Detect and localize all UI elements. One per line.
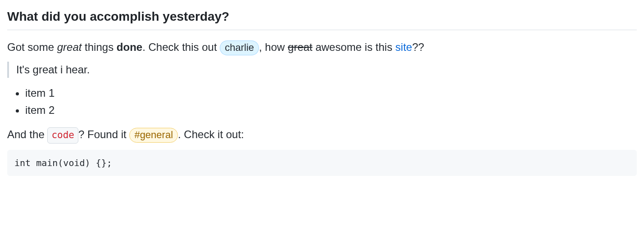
channel-mention[interactable]: #general — [129, 128, 178, 143]
text-segment: ? Found it — [78, 128, 129, 140]
text-segment: And the — [7, 128, 47, 140]
user-mention[interactable]: charlie — [220, 40, 259, 55]
text-segment: things — [82, 41, 116, 53]
code-block: int main(void) {}; — [7, 150, 637, 176]
paragraph-2: And the code? Found it #general. Check i… — [7, 126, 637, 144]
strikethrough-text: great — [288, 41, 313, 53]
site-link[interactable]: site — [395, 41, 412, 53]
blockquote-text: It's great i hear. — [16, 63, 90, 76]
text-segment: ?? — [412, 41, 424, 53]
text-segment: awesome is this — [313, 41, 395, 53]
paragraph-1: Got some great things done. Check this o… — [7, 39, 637, 55]
blockquote: It's great i hear. — [7, 62, 637, 78]
italic-text: great — [57, 41, 82, 53]
question-heading: What did you accomplish yesterday? — [7, 7, 637, 30]
list-item: item 1 — [25, 85, 637, 101]
bullet-list: item 1 item 2 — [7, 85, 637, 118]
inline-code: code — [47, 127, 78, 144]
text-segment: Got some — [7, 41, 57, 53]
bold-text: done — [117, 41, 142, 53]
list-item: item 2 — [25, 102, 637, 118]
text-segment: , how — [259, 41, 288, 53]
text-segment: . Check it out: — [178, 128, 244, 140]
text-segment: . Check this out — [142, 41, 220, 53]
